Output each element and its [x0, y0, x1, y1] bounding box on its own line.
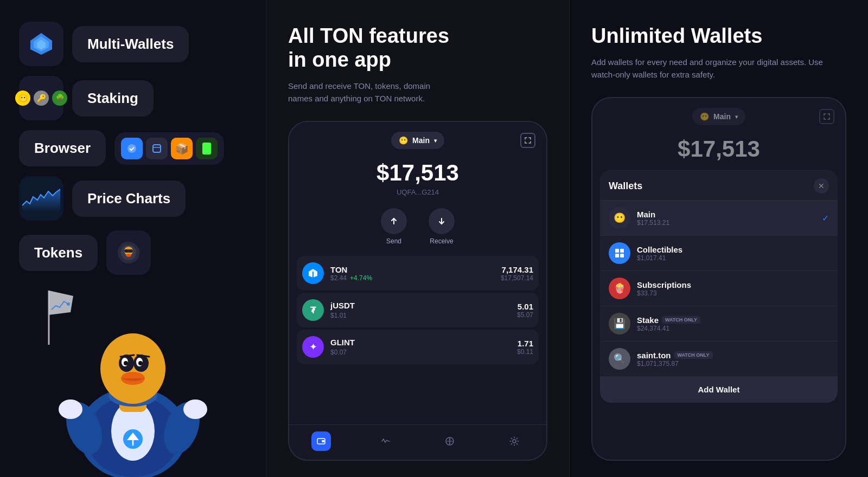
svg-point-13 — [67, 302, 70, 306]
price-charts-icon-box — [19, 176, 63, 221]
balance-address: UQFA...G214 — [289, 188, 546, 196]
wallet-item-info-stake: Stake WATCH ONLY $24,374.41 — [637, 315, 829, 332]
staking-icon-3: 🌳 — [52, 91, 67, 106]
jusdt-balance: 5.01 — [517, 302, 533, 311]
wallet-emoji: 😶 — [399, 136, 408, 145]
browser-app-3: 📦 — [171, 138, 193, 159]
feature-multi-wallets[interactable]: Multi-Wallets — [19, 22, 189, 66]
token-row-glint[interactable]: ✦ GLINT $0.07 1.71 $0.11 — [297, 330, 539, 364]
wallet-item-saint[interactable]: 🔍 saint.ton WATCH ONLY $1,071,375.87 — [600, 341, 838, 376]
token-row-ton[interactable]: TON $2.44 +4.74% 7,174.31 $17,507.14 — [297, 256, 539, 291]
svg-point-39 — [513, 440, 516, 443]
svg-rect-37 — [322, 440, 324, 442]
expand2-icon — [819, 109, 834, 124]
send-label: Send — [386, 237, 401, 245]
svg-rect-41 — [620, 249, 624, 253]
receive-button[interactable]: Receive — [429, 208, 455, 245]
add-wallet-button[interactable]: Add Wallet — [600, 376, 838, 403]
wallet-name-subscriptions: Subscriptions — [637, 280, 829, 289]
wallet-item-info-collectibles: Collectibles $1,017.41 — [637, 245, 829, 262]
svg-rect-3 — [153, 145, 161, 152]
staking-icon-1: 😶 — [15, 91, 30, 106]
wallet-item-stake[interactable]: 💾 Stake WATCH ONLY $24,374.41 — [600, 306, 838, 341]
staking-icon-box: 😶 🔑 🌳 — [19, 76, 63, 120]
glint-name: GLINT — [330, 338, 517, 347]
wallet-avatar-stake: 💾 — [609, 313, 630, 334]
jusdt-usd: $5.07 — [517, 311, 533, 319]
browser-label: Browser — [19, 130, 106, 166]
phone2-balance: $17,513 — [592, 131, 845, 170]
panel-unlimited-wallets: Unlimited Wallets Add wallets for every … — [570, 0, 868, 477]
ton-price: $2.44 — [330, 274, 347, 282]
wallet-item-info-saint: saint.ton WATCH ONLY $1,071,375.87 — [637, 351, 829, 368]
stake-watch-badge: WATCH ONLY — [662, 316, 700, 324]
phone-bottom-nav — [289, 424, 546, 460]
jusdt-name: jUSDT — [330, 301, 517, 310]
svg-rect-5 — [202, 143, 211, 154]
ton-balance: 7,174.31 — [501, 265, 533, 274]
glint-balance: 1.71 — [517, 339, 533, 348]
flag-chart — [11, 285, 81, 358]
phone-header: 😶 Main ▾ — [289, 122, 546, 154]
browser-apps-box: 📦 — [114, 132, 224, 165]
phone-tokens: TON $2.44 +4.74% 7,174.31 $17,507.14 ₮ — [289, 256, 546, 424]
browser-app-2 — [146, 138, 168, 159]
phone-mockup: 😶 Main ▾ $17,513 UQFA...G214 Send — [288, 121, 547, 461]
wallets-title: Wallets — [609, 181, 642, 192]
wallet-item-main[interactable]: 😶 Main $17,513.21 ✓ — [600, 200, 838, 235]
send-icon-circle — [381, 208, 407, 234]
panel3-title: Unlimited Wallets — [591, 24, 846, 48]
svg-rect-43 — [620, 254, 624, 257]
wallet-balance-subscriptions: $33.73 — [637, 289, 829, 297]
wallet-balance-main: $17,513.21 — [637, 219, 822, 227]
chevron2-down-icon: ▾ — [735, 114, 738, 120]
panel-main-app: All TON features in one app Send and rec… — [266, 0, 570, 477]
wallet2-name: Main — [713, 112, 731, 121]
wallet-check-icon: ✓ — [822, 213, 829, 223]
tokens-icon-box — [106, 230, 151, 275]
phone-actions: Send Receive — [289, 199, 546, 256]
expand-icon[interactable] — [520, 133, 535, 148]
nav-activity-icon[interactable] — [376, 431, 395, 451]
feature-staking[interactable]: 😶 🔑 🌳 Staking — [19, 76, 154, 120]
wallet-avatar-saint: 🔍 — [609, 348, 630, 370]
nav-settings-icon[interactable] — [505, 431, 524, 451]
token-row-jusdt[interactable]: ₮ jUSDT $1.01 5.01 $5.07 — [297, 293, 539, 327]
balance2-amount: $17,513 — [592, 136, 845, 162]
svg-point-25 — [138, 361, 143, 365]
jusdt-price: $1.01 — [330, 312, 347, 319]
staking-icon-2: 🔑 — [34, 91, 49, 106]
feature-price-charts[interactable]: Price Charts — [19, 176, 186, 221]
send-button[interactable]: Send — [381, 208, 407, 245]
wallet-balance-saint: $1,071,375.87 — [637, 360, 829, 368]
glint-usd: $0.11 — [517, 348, 533, 356]
svg-point-24 — [124, 361, 128, 365]
wallet-avatar-subscriptions: 🍿 — [609, 278, 630, 299]
panel2-subtitle: Send and receive TON, tokens, domain nam… — [288, 80, 547, 105]
svg-rect-42 — [615, 254, 619, 257]
feature-browser[interactable]: Browser 📦 — [19, 130, 224, 166]
svg-point-11 — [126, 254, 131, 257]
wallet2-emoji: 😶 — [700, 112, 709, 121]
wallet-item-subscriptions[interactable]: 🍿 Subscriptions $33.73 — [600, 270, 838, 306]
wallets-panel: Wallets ✕ 😶 Main $17,513.21 ✓ Collectibl… — [600, 170, 838, 403]
svg-point-30 — [183, 399, 207, 419]
wallet-selector[interactable]: 😶 Main ▾ — [391, 132, 444, 149]
jusdt-icon: ₮ — [302, 299, 324, 321]
wallet2-selector: 😶 Main ▾ — [692, 108, 745, 125]
glint-icon: ✦ — [302, 336, 324, 358]
close-wallets-button[interactable]: ✕ — [814, 178, 829, 194]
feature-tokens[interactable]: Tokens — [19, 230, 151, 275]
ton-usd: $17,507.14 — [501, 274, 533, 282]
ton-icon — [302, 262, 324, 284]
wallet-balance-collectibles: $1,017.41 — [637, 254, 829, 262]
wallet-item-info-main: Main $17,513.21 — [637, 210, 822, 227]
wallet-item-collectibles[interactable]: Collectibles $1,017.41 — [600, 235, 838, 270]
glint-price: $0.07 — [330, 349, 347, 356]
nav-browser-icon[interactable] — [440, 431, 459, 451]
ton-change: +4.74% — [350, 274, 372, 282]
nav-wallet-icon[interactable] — [311, 431, 331, 451]
glint-amounts: 1.71 $0.11 — [517, 339, 533, 356]
panel2-title: All TON features in one app — [288, 24, 547, 72]
browser-app-4 — [196, 138, 218, 159]
